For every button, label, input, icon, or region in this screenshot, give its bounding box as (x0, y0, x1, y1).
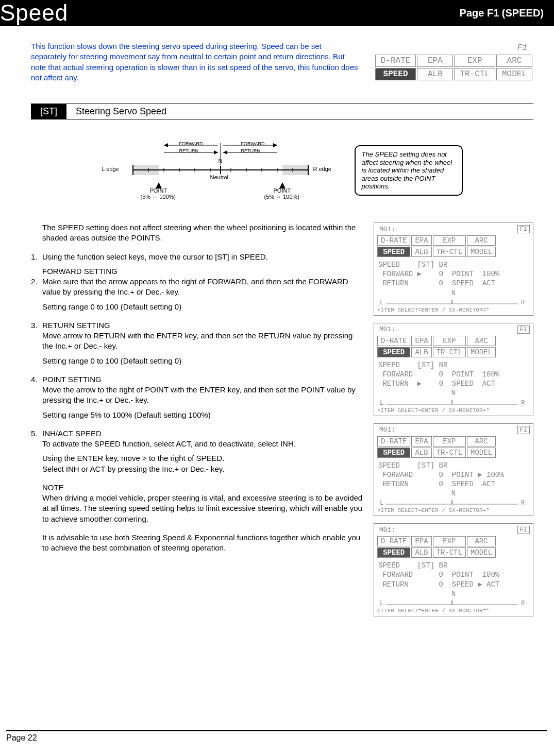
step-4-range: Setting range 5% to 100% (Default settin… (42, 410, 363, 420)
n-label: N (219, 158, 223, 164)
s1-arc: ARC (467, 235, 496, 246)
s1-drate: D-RATE (377, 235, 410, 246)
lead-paragraph: The SPEED setting does not affect steeri… (42, 222, 363, 244)
screenshots-column: M01:F1 D-RATEEPAEXPARC SPEEDALBTR-CTLMOD… (374, 222, 533, 616)
svg-marker-19 (273, 143, 277, 147)
s4-title: SPEED [ST] BR (378, 561, 529, 570)
s3-alb: ALB (411, 448, 431, 458)
intro-text: This function slows down the steering se… (31, 41, 359, 83)
note-para-2: It is advisable to use both Steering Spe… (42, 532, 363, 554)
menu-box: F1 D-RATE EPA EXP ARC SPEED ALB TR-CTL M… (374, 41, 533, 83)
s3-exp: EXP (433, 436, 466, 446)
screen-1: M01:F1 D-RATEEPAEXPARC SPEEDALBTR-CTLMOD… (374, 222, 533, 316)
menu-drate: D-RATE (375, 55, 416, 67)
return-label-r: RETURN (241, 148, 261, 153)
range-label-l: (5% ↔ 100%) (141, 194, 176, 200)
menu-exp: EXP (454, 55, 495, 67)
page-header: Speed Page F1 (SPEED) (0, 0, 554, 26)
point-heading: POINT SETTING (42, 374, 363, 385)
s3-speed: SPEED (377, 448, 410, 458)
menu-trctl: TR-CTL (454, 68, 495, 80)
step-2-body: Make sure that the arrow appears to the … (42, 277, 363, 298)
neutral-label: Neutral (210, 174, 228, 180)
forward-label-l: FORWARD (179, 141, 203, 146)
svg-marker-23 (223, 150, 227, 154)
s4-epa: EPA (411, 536, 431, 546)
page-number: Page 22 (6, 730, 547, 743)
screen-4-f1: F1 (517, 526, 530, 534)
step-4: 4. POINT SETTING Move the arrow to the r… (31, 374, 363, 406)
step-5: 5. INH/ACT SPEED To activate the SPEED f… (31, 428, 363, 450)
svg-text:R: R (521, 500, 525, 506)
s1-speed: SPEED (377, 247, 410, 257)
s3-model: MODEL (467, 448, 496, 458)
forward-label-r: FORWARD (241, 141, 265, 146)
s2-exp: EXP (433, 336, 466, 346)
s2-footer: >ITEM SELECT=ENTER / SX-MONITOR=* (374, 407, 533, 414)
step-1-num: 1. (31, 252, 42, 262)
s4-alb: ALB (411, 547, 431, 558)
step-4-num: 4. (31, 374, 42, 406)
note-para-1: When driving a model vehicle, proper ste… (42, 493, 363, 524)
svg-text:R: R (521, 400, 525, 406)
header-title: Speed (0, 0, 68, 26)
section-title: Steering Servo Speed (66, 104, 176, 119)
return-heading: RETURN SETTING (42, 320, 363, 331)
svg-marker-17 (164, 143, 168, 147)
s3-l2: RETURN 0 SPEED ACT (378, 479, 529, 489)
l-edge-label: L edge (102, 166, 119, 172)
return-label-l: RETURN (179, 148, 199, 153)
menu-speed: SPEED (375, 68, 416, 80)
step-3-num: 3. (31, 320, 42, 352)
s2-l1: FORWARD 0 POINT 100% (378, 370, 529, 379)
screen-4: M01:F1 D-RATEEPAEXPARC SPEEDALBTR-CTLMOD… (374, 523, 533, 616)
s4-arc: ARC (467, 536, 496, 546)
s1-epa: EPA (411, 235, 431, 246)
s1-footer: >ITEM SELECT=ENTER / SX-MONITOR=* (374, 307, 533, 313)
s4-speed: SPEED (377, 547, 410, 558)
s1-model: MODEL (467, 247, 496, 257)
step-3: 3. RETURN SETTING Move arrow to RETURN w… (31, 320, 363, 352)
svg-text:R: R (521, 600, 525, 607)
s3-arc: ARC (467, 436, 496, 446)
s2-drate: D-RATE (377, 336, 410, 346)
s2-n: N (378, 388, 529, 398)
step-3-body: Move arrow to RETURN with the ENTER key,… (42, 331, 363, 352)
screen-3: M01:F1 D-RATEEPAEXPARC SPEEDALBTR-CTLMOD… (374, 423, 533, 517)
svg-text:L: L (380, 500, 383, 506)
s1-title: SPEED [ST] BR (378, 260, 529, 269)
step-1: 1. Using the function select keys, move … (31, 252, 363, 262)
s1-n: N (378, 288, 529, 298)
svg-text:L: L (380, 600, 383, 607)
s3-footer: >ITEM SELECT=ENTER / SX-MONITOR=* (374, 507, 533, 513)
s4-model: MODEL (467, 547, 496, 558)
s4-trctl: TR-CTL (433, 547, 466, 558)
screen-2: M01:F1 D-RATEEPAEXPARC SPEEDALBTR-CTLMOD… (374, 323, 533, 416)
point-label-l: POINT (150, 187, 167, 194)
inhact-heading: INH/ACT SPEED (42, 428, 363, 439)
s3-l1: FORWARD 0 POINT ▶ 100% (378, 470, 529, 479)
note-box: The SPEED setting does not affect steeri… (355, 145, 463, 196)
step-3-range: Setting range 0 to 100 (Default setting … (42, 356, 363, 366)
menu-epa: EPA (417, 55, 453, 67)
s3-epa: EPA (411, 436, 431, 446)
step-2-num: 2. (31, 277, 42, 298)
s1-l1: FORWARD ▶ 0 POINT 100% (378, 269, 529, 279)
svg-marker-21 (214, 150, 218, 154)
s2-title: SPEED [ST] BR (378, 360, 529, 370)
section-tag: [ST] (31, 104, 66, 119)
s2-alb: ALB (411, 347, 431, 357)
step-2-range: Setting range 0 to 100 (Default setting … (42, 302, 363, 312)
note-heading: NOTE (42, 483, 363, 493)
s3-n: N (378, 489, 529, 498)
header-page-label: Page F1 (SPEED) (460, 7, 544, 19)
s1-exp: EXP (433, 235, 466, 246)
section-bar: [ST] Steering Servo Speed (31, 104, 533, 119)
forward-heading: FORWARD SETTING (42, 266, 363, 277)
intro-row: This function slows down the steering se… (0, 26, 554, 93)
instructions-column: The SPEED setting does not affect steeri… (31, 222, 363, 616)
s4-n: N (378, 589, 529, 598)
menu-model: MODEL (496, 68, 532, 80)
r-edge-label: R edge (313, 166, 331, 172)
step-5-extra1: Using the ENTER key, move > to the right… (42, 453, 363, 463)
